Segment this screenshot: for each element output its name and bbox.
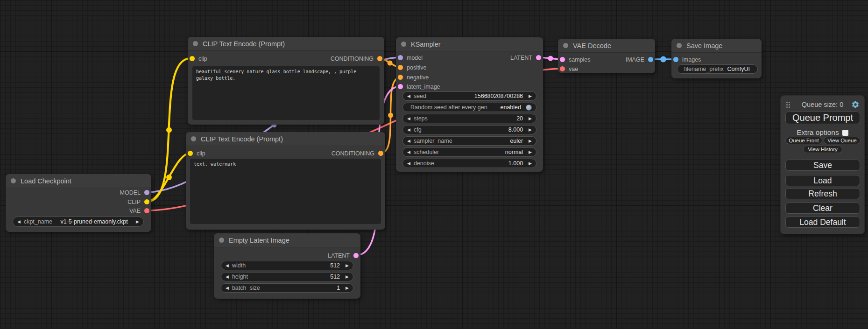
width-widget[interactable]: ◀ width 512 ▶ bbox=[221, 261, 353, 270]
view-history-button[interactable]: View History bbox=[803, 146, 842, 153]
sampler-name-widget[interactable]: ◀ sampler_name euler ▶ bbox=[402, 136, 536, 146]
node-collapse-dot[interactable] bbox=[11, 178, 16, 183]
node-title: VAE Decode bbox=[573, 42, 611, 49]
input-row: clip bbox=[188, 148, 205, 158]
queue-front-button[interactable]: Queue Front bbox=[785, 137, 822, 144]
widget-label: seed bbox=[414, 93, 426, 99]
increment-arrow-icon[interactable]: ▶ bbox=[529, 128, 532, 132]
toggle-indicator-icon[interactable] bbox=[526, 105, 532, 111]
port-label: LATENT bbox=[328, 252, 350, 259]
node-collapse-dot[interactable] bbox=[677, 43, 682, 48]
node-title: Save Image bbox=[686, 42, 722, 49]
link-dot bbox=[660, 56, 666, 63]
decrement-arrow-icon[interactable]: ◀ bbox=[17, 220, 21, 224]
steps-widget[interactable]: ◀ steps 20 ▶ bbox=[402, 114, 536, 123]
latent-output-port[interactable] bbox=[536, 55, 541, 60]
widget-value: 8.000 bbox=[508, 126, 523, 133]
increment-arrow-icon[interactable]: ▶ bbox=[529, 117, 532, 121]
increment-arrow-icon[interactable]: ▶ bbox=[529, 161, 532, 166]
positive-input-port[interactable] bbox=[398, 65, 403, 70]
input-row: samples bbox=[560, 55, 591, 64]
save-button[interactable]: Save bbox=[785, 160, 860, 171]
clip-input-port[interactable] bbox=[190, 56, 195, 61]
decrement-arrow-icon[interactable]: ◀ bbox=[407, 161, 410, 166]
widget-label: denoise bbox=[414, 160, 434, 167]
decrement-arrow-icon[interactable]: ◀ bbox=[407, 128, 410, 132]
node-vae-decode[interactable]: VAE Decode samples vae IMAGE bbox=[558, 39, 655, 73]
conditioning-output-port[interactable] bbox=[377, 56, 382, 61]
extra-options-checkbox[interactable] bbox=[842, 130, 848, 136]
clip-output-port[interactable] bbox=[144, 199, 149, 204]
increment-arrow-icon[interactable]: ▶ bbox=[529, 139, 532, 143]
ckpt-name-widget[interactable]: ◀ ckpt_name v1-5-pruned-emaonly.ckpt ▶ bbox=[13, 217, 144, 227]
queue-prompt-button[interactable]: Queue Prompt bbox=[785, 112, 860, 124]
decrement-arrow-icon[interactable]: ◀ bbox=[407, 117, 410, 121]
port-label: negative bbox=[407, 74, 429, 81]
increment-arrow-icon[interactable]: ▶ bbox=[529, 150, 532, 154]
denoise-widget[interactable]: ◀ denoise 1.000 ▶ bbox=[402, 159, 536, 168]
queue-menu-panel: Queue size: 0 Queue Prompt Extra options… bbox=[780, 95, 865, 234]
node-save-image[interactable]: Save Image images filename_prefix ComfyU… bbox=[671, 39, 762, 78]
node-empty-latent-image[interactable]: Empty Latent Image LATENT ◀ width 512 ▶ … bbox=[214, 233, 360, 299]
clip-input-port[interactable] bbox=[188, 151, 193, 156]
node-title: CLIP Text Encode (Prompt) bbox=[203, 40, 285, 48]
model-output-port[interactable] bbox=[144, 190, 149, 195]
widget-value: 1.000 bbox=[508, 160, 523, 167]
decrement-arrow-icon[interactable]: ◀ bbox=[226, 275, 229, 279]
output-row: CONDITIONING bbox=[332, 148, 383, 158]
node-header: CLIP Text Encode (Prompt) bbox=[188, 37, 384, 51]
node-collapse-dot[interactable] bbox=[193, 41, 198, 46]
widget-label: filename_prefix bbox=[684, 66, 724, 72]
settings-gear-icon[interactable] bbox=[851, 100, 860, 109]
refresh-button[interactable]: Refresh bbox=[785, 188, 860, 199]
image-output-port[interactable] bbox=[648, 57, 653, 62]
clear-button[interactable]: Clear bbox=[785, 203, 860, 214]
decrement-arrow-icon[interactable]: ◀ bbox=[407, 94, 410, 98]
increment-arrow-icon[interactable]: ▶ bbox=[346, 275, 349, 279]
scheduler-widget[interactable]: ◀ scheduler normal ▶ bbox=[402, 147, 536, 157]
node-header: Save Image bbox=[671, 39, 762, 53]
increment-arrow-icon[interactable]: ▶ bbox=[346, 264, 349, 268]
seed-widget[interactable]: ◀ seed 156680208700286 ▶ bbox=[402, 91, 536, 101]
model-input-port[interactable] bbox=[398, 55, 403, 60]
view-queue-button[interactable]: View Queue bbox=[824, 137, 861, 144]
samples-input-port[interactable] bbox=[560, 57, 565, 62]
decrement-arrow-icon[interactable]: ◀ bbox=[407, 139, 410, 143]
images-input-port[interactable] bbox=[673, 57, 678, 62]
vae-output-port[interactable] bbox=[144, 208, 149, 213]
cfg-widget[interactable]: ◀ cfg 8.000 ▶ bbox=[402, 125, 536, 134]
filename-prefix-widget[interactable]: filename_prefix ComfyUI bbox=[677, 64, 758, 74]
height-widget[interactable]: ◀ height 512 ▶ bbox=[221, 272, 353, 281]
node-clip-text-encode-negative[interactable]: CLIP Text Encode (Prompt) clip CONDITION… bbox=[186, 132, 385, 230]
batch-size-widget[interactable]: ◀ batch_size 1 ▶ bbox=[221, 283, 353, 293]
increment-arrow-icon[interactable]: ▶ bbox=[346, 286, 349, 290]
node-clip-text-encode-positive[interactable]: CLIP Text Encode (Prompt) clip CONDITION… bbox=[188, 37, 384, 125]
vae-input-port[interactable] bbox=[560, 66, 565, 71]
node-ksampler[interactable]: KSampler model positive negative latent_… bbox=[396, 37, 543, 172]
negative-input-port[interactable] bbox=[398, 75, 403, 80]
decrement-arrow-icon[interactable]: ◀ bbox=[226, 286, 229, 290]
input-row: positive bbox=[398, 63, 426, 72]
node-load-checkpoint[interactable]: Load Checkpoint MODEL CLIP VAE ◀ ckpt_na… bbox=[6, 174, 151, 232]
load-default-button[interactable]: Load Default bbox=[785, 217, 860, 228]
conditioning-output-port[interactable] bbox=[378, 151, 383, 156]
decrement-arrow-icon[interactable]: ◀ bbox=[226, 264, 229, 268]
latent-image-input-port[interactable] bbox=[398, 84, 403, 89]
widget-value: 512 bbox=[330, 273, 340, 280]
random-seed-widget[interactable]: Random seed after every gen enabled bbox=[402, 103, 536, 112]
positive-prompt-textarea[interactable]: beautiful scenery nature glass bottle la… bbox=[192, 66, 380, 120]
increment-arrow-icon[interactable]: ▶ bbox=[529, 94, 532, 98]
output-row: LATENT bbox=[328, 251, 359, 260]
node-collapse-dot[interactable] bbox=[563, 43, 568, 48]
port-label: clip bbox=[197, 150, 205, 157]
node-collapse-dot[interactable] bbox=[191, 136, 196, 141]
increment-arrow-icon[interactable]: ▶ bbox=[136, 220, 139, 224]
decrement-arrow-icon[interactable]: ◀ bbox=[407, 150, 410, 154]
load-button[interactable]: Load bbox=[785, 175, 860, 186]
node-graph-canvas[interactable]: Load Checkpoint MODEL CLIP VAE ◀ ckpt_na… bbox=[0, 0, 868, 329]
latent-output-port[interactable] bbox=[353, 253, 359, 258]
negative-prompt-textarea[interactable]: text, watermark bbox=[190, 159, 381, 224]
node-collapse-dot[interactable] bbox=[401, 42, 406, 47]
node-collapse-dot[interactable] bbox=[219, 238, 224, 243]
link-dot bbox=[166, 127, 172, 133]
